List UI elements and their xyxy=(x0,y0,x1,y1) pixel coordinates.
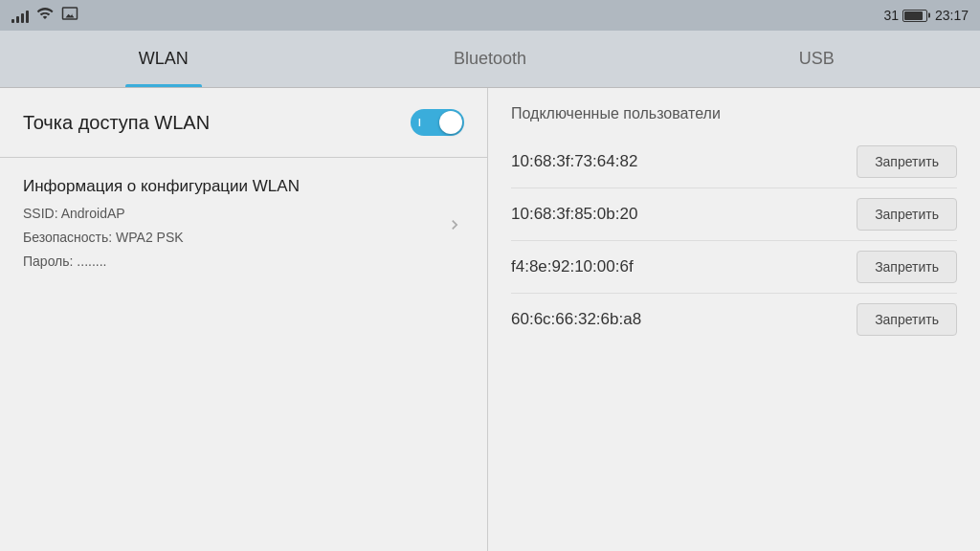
status-bar-right: 31 23:17 xyxy=(883,8,969,23)
wlan-config-row[interactable]: Информация о конфигурации WLAN SSID: And… xyxy=(0,158,487,291)
user-mac: 10:68:3f:85:0b:20 xyxy=(511,205,637,224)
user-row: f4:8e:92:10:00:6fЗапретить xyxy=(511,241,957,294)
wlan-ssid: SSID: AndroidAP xyxy=(23,204,300,224)
deny-button[interactable]: Запретить xyxy=(857,198,957,231)
user-row: 60:6c:66:32:6b:a8Запретить xyxy=(511,294,957,345)
user-mac: f4:8e:92:10:00:6f xyxy=(511,257,634,276)
toggle-knob xyxy=(439,111,462,134)
connected-users-title: Подключенные пользователи xyxy=(511,105,957,122)
user-list: 10:68:3f:73:64:82Запретить10:68:3f:85:0b… xyxy=(511,136,957,345)
tab-bluetooth-label: Bluetooth xyxy=(454,49,526,69)
user-mac: 60:6c:66:32:6b:a8 xyxy=(511,310,641,329)
tab-usb-label: USB xyxy=(799,49,835,69)
status-bar-left xyxy=(11,5,78,26)
wlan-password: Пароль: ........ xyxy=(23,252,300,272)
left-panel: Точка доступа WLAN I Информация о конфиг… xyxy=(0,88,488,551)
right-panel: Подключенные пользователи 10:68:3f:73:64… xyxy=(488,88,980,551)
user-row: 10:68:3f:73:64:82Запретить xyxy=(511,136,957,188)
battery-box xyxy=(902,10,927,22)
tab-bar: WLAN Bluetooth USB xyxy=(0,31,980,88)
deny-button[interactable]: Запретить xyxy=(857,251,957,283)
signal-icon xyxy=(11,8,29,23)
tab-wlan[interactable]: WLAN xyxy=(0,31,326,87)
wlan-toggle[interactable]: I xyxy=(411,109,464,136)
status-bar: 31 23:17 xyxy=(0,0,980,31)
wlan-hotspot-row: Точка доступа WLAN I xyxy=(0,88,487,158)
user-mac: 10:68:3f:73:64:82 xyxy=(511,152,637,171)
gallery-icon xyxy=(61,5,78,26)
deny-button[interactable]: Запретить xyxy=(857,145,957,178)
tab-bluetooth[interactable]: Bluetooth xyxy=(326,31,653,87)
wlan-security: Безопасность: WPA2 PSK xyxy=(23,228,300,248)
tab-wlan-label: WLAN xyxy=(139,49,189,69)
battery-level: 31 xyxy=(883,8,899,23)
user-row: 10:68:3f:85:0b:20Запретить xyxy=(511,188,957,241)
wlan-config-title: Информация о конфигурации WLAN xyxy=(23,177,300,196)
tab-usb[interactable]: USB xyxy=(654,31,980,87)
wifi-icon xyxy=(36,5,54,26)
clock: 23:17 xyxy=(935,8,969,23)
toggle-text: I xyxy=(418,118,421,128)
wlan-config-info: Информация о конфигурации WLAN SSID: And… xyxy=(23,177,300,272)
wlan-hotspot-label: Точка доступа WLAN xyxy=(23,112,210,134)
deny-button[interactable]: Запретить xyxy=(857,303,957,336)
main-content: Точка доступа WLAN I Информация о конфиг… xyxy=(0,88,980,551)
battery-fill xyxy=(904,11,923,20)
chevron-right-icon xyxy=(445,215,464,234)
battery-indicator: 31 xyxy=(883,8,927,23)
